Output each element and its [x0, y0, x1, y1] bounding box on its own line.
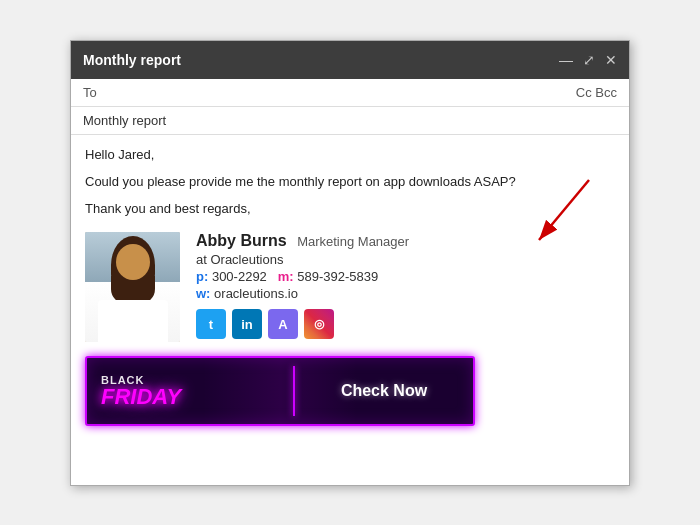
- to-input[interactable]: [114, 85, 576, 100]
- to-label: To: [83, 85, 108, 100]
- subject-text: Monthly report: [83, 113, 166, 128]
- instagram-button[interactable]: ◎: [304, 309, 334, 339]
- web-value: oracleutions.io: [214, 286, 298, 301]
- window-controls: — ⤢ ✕: [559, 53, 617, 67]
- linkedin-button[interactable]: in: [232, 309, 262, 339]
- email-greeting: Hello Jared,: [85, 147, 615, 162]
- phone-label: p:: [196, 269, 208, 284]
- black-friday-banner[interactable]: BLACK FRIDAY Check Now: [85, 356, 475, 426]
- close-button[interactable]: ✕: [605, 53, 617, 67]
- twitter-button[interactable]: t: [196, 309, 226, 339]
- email-body: Hello Jared, Could you please provide me…: [71, 135, 629, 485]
- banner-right: Check Now: [295, 382, 473, 400]
- cc-bcc-button[interactable]: Cc Bcc: [576, 85, 617, 100]
- minimize-button[interactable]: —: [559, 53, 573, 67]
- window-title: Monthly report: [83, 52, 181, 68]
- sig-web: w: oracleutions.io: [196, 286, 615, 301]
- email-body-text: Could you please provide me the monthly …: [85, 172, 615, 192]
- to-row: To Cc Bcc: [71, 79, 629, 107]
- instagram-icon: ◎: [314, 317, 324, 331]
- linkedin-icon: in: [241, 317, 253, 332]
- sig-title: Marketing Manager: [297, 234, 409, 249]
- sig-name: Abby Burns: [196, 232, 287, 249]
- twitter-icon: t: [209, 317, 213, 332]
- banner-left: BLACK FRIDAY: [87, 366, 293, 416]
- email-signoff: Thank you and best regards,: [85, 201, 615, 216]
- sig-phone: p: 300-2292 m: 589-392-5839: [196, 269, 615, 284]
- email-compose-window: Monthly report — ⤢ ✕ To Cc Bcc Monthly r…: [70, 40, 630, 486]
- title-bar: Monthly report — ⤢ ✕: [71, 41, 629, 79]
- social-icons: t in A ◎: [196, 309, 615, 339]
- phone-value: 300-2292: [212, 269, 267, 284]
- other-social-button[interactable]: A: [268, 309, 298, 339]
- signature-photo: [85, 232, 180, 342]
- sig-company: at Oracleutions: [196, 252, 615, 267]
- email-signature: Abby Burns Marketing Manager at Oracleut…: [85, 232, 615, 342]
- maximize-button[interactable]: ⤢: [583, 53, 595, 67]
- banner-cta-text: Check Now: [341, 382, 427, 400]
- subject-row: Monthly report: [71, 107, 629, 135]
- banner-black-text: BLACK: [101, 374, 279, 386]
- banner-friday-text: FRIDAY: [101, 386, 279, 408]
- web-label: w:: [196, 286, 210, 301]
- mobile-value: 589-392-5839: [297, 269, 378, 284]
- signature-info: Abby Burns Marketing Manager at Oracleut…: [196, 232, 615, 339]
- mobile-label: m:: [278, 269, 294, 284]
- other-icon: A: [278, 317, 287, 332]
